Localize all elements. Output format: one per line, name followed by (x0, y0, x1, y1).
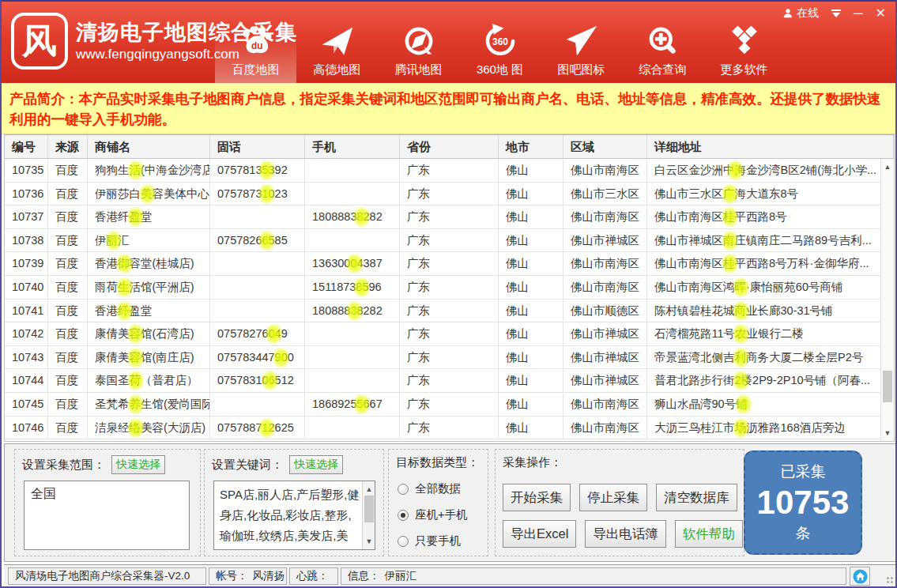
close-button[interactable]: ✕ (876, 8, 886, 19)
status-app-version: 风清场电子地图商户综合采集器-V2.0 (8, 567, 206, 585)
nav-item-baidu-paw[interactable]: du百度地图 (215, 2, 296, 83)
home-button[interactable] (850, 567, 870, 586)
nav-item-nav-arrow[interactable]: 图吧图标 (541, 2, 622, 83)
nav-item-paper-plane[interactable]: 高德地图 (296, 2, 378, 83)
cell-city: 佛山 (499, 229, 563, 253)
table-row[interactable]: 10735百度狗狗生活(中海金沙湾店)07578135392广东佛山佛山市南海区… (5, 159, 894, 183)
nav-item-compass-nib[interactable]: 腾讯地图 (378, 2, 459, 83)
column-header-mobile[interactable]: 手机 (305, 135, 400, 158)
table-scrollbar[interactable]: ▲ ▼ (880, 159, 894, 441)
nav-item-circle-360[interactable]: 360360地 图 (459, 2, 541, 83)
cell-mobile: 13630004387 (305, 252, 400, 276)
action-button-导出电话簿[interactable]: 导出电话簿 (585, 520, 666, 548)
nav-item-magnifier-plus[interactable]: 综合查询 (622, 2, 703, 83)
table-row[interactable]: 10738百度伊丽汇07578266585广东佛山佛山市禅城区佛山市禅城区南庄镇… (5, 229, 894, 253)
cell-tel (210, 205, 305, 229)
cell-mobile (305, 183, 400, 206)
cell-address: 白云区金沙洲中海金沙湾B区2铺(海北小学... (647, 159, 894, 183)
table-row[interactable]: 10741百度香港纤盈堂18088838282广东佛山佛山市顺德区陈村镇碧桂花城… (5, 300, 894, 323)
cell-tel: 075783447900 (210, 346, 305, 370)
scrollbar-thumb[interactable] (883, 371, 892, 402)
radio-option-座机+手机[interactable]: 座机+手机 (398, 507, 488, 522)
table-body: 10735百度狗狗生活(中海金沙湾店)07578135392广东佛山佛山市南海区… (5, 159, 894, 439)
nav-arrow-icon (564, 22, 599, 58)
censor-highlight (722, 184, 738, 204)
censor-highlight (116, 277, 133, 297)
table-row[interactable]: 10745百度圣梵希养生馆(爱尚国际...18689255667广东佛山佛山市南… (5, 393, 894, 416)
table-row[interactable]: 10746百度洁泉经络美容(大沥店)075788712625广东佛山佛山市南海区… (5, 416, 894, 440)
column-header-tel[interactable]: 固话 (210, 135, 305, 158)
cell-city: 佛山 (499, 183, 563, 206)
cell-mobile (305, 159, 400, 183)
radio-icon[interactable] (398, 484, 409, 495)
table-row[interactable]: 10744百度泰国圣荷（普君店）075783106512广东佛山佛山市禅城区普君… (5, 369, 894, 393)
control-panel: 设置采集范围： 快速选择 全国 设置关键词： 快速选择 SPA店,丽人店,产后塑… (4, 443, 896, 562)
action-button-软件帮助[interactable]: 软件帮助 (675, 520, 743, 548)
scroll-down-icon[interactable]: ▼ (881, 427, 894, 439)
scroll-up-icon[interactable]: ▲ (363, 483, 375, 496)
radio-icon[interactable] (398, 510, 409, 521)
cell-province: 广东 (400, 300, 499, 323)
resize-grip[interactable] (886, 576, 894, 584)
dropdown-arrow-icon[interactable] (831, 9, 841, 17)
minimize-button[interactable]: ─ (854, 8, 862, 19)
table-row[interactable]: 10740百度雨荷生活馆(平洲店)15118738596广东佛山佛山市南海区佛山… (5, 276, 894, 300)
keywords-quick-select-button[interactable]: 快速选择 (289, 455, 343, 474)
cell-city: 佛山 (499, 252, 563, 276)
censor-highlight (258, 184, 275, 204)
censor-highlight (127, 394, 144, 414)
svg-text:du: du (251, 40, 263, 51)
table-row[interactable]: 10739百度香港御容堂(桂城店)13630004387广东佛山佛山市南海区佛山… (5, 252, 894, 276)
scrollbar-thumb[interactable] (364, 496, 374, 522)
cell-province: 广东 (400, 369, 499, 393)
censor-highlight (139, 184, 156, 204)
cell-district: 佛山市禅城区 (563, 346, 647, 370)
censor-highlight (127, 418, 144, 438)
magnifier-plus-icon (646, 22, 680, 58)
column-header-district[interactable]: 区域 (563, 135, 647, 158)
cell-address: 陈村镇碧桂花城商业长廊30-31号铺 (647, 300, 894, 323)
paper-plane-icon (320, 22, 355, 58)
keywords-scrollbar[interactable]: ▲ ▼ (362, 481, 375, 549)
action-button-导出Excel[interactable]: 导出Excel (503, 520, 576, 548)
cell-district: 佛山市南海区 (563, 276, 647, 300)
action-button-清空数据库[interactable]: 清空数据库 (656, 484, 737, 511)
radio-icon[interactable] (398, 536, 409, 547)
cell-mobile (305, 369, 400, 393)
table-row[interactable]: 10743百度康倩美容馆(南庄店)075783447900广东佛山佛山市禅城区帝… (5, 346, 894, 370)
censor-highlight (266, 324, 282, 344)
radio-option-全部数据[interactable]: 全部数据 (398, 481, 488, 496)
column-header-id[interactable]: 编号 (5, 135, 48, 158)
column-header-shop[interactable]: 商铺名 (88, 135, 210, 158)
scroll-down-icon[interactable]: ▼ (363, 535, 375, 548)
cell-tel: 07578731023 (210, 183, 305, 206)
svg-text:360: 360 (492, 36, 508, 47)
cell-source: 百度 (48, 369, 88, 393)
cell-address: 佛山市三水区广海大道东8号 (647, 183, 894, 206)
action-button-开始采集[interactable]: 开始采集 (503, 484, 571, 511)
results-table: 编号来源商铺名固话手机省份地市区域详细地址 10735百度狗狗生活(中海金沙湾店… (4, 134, 895, 442)
cell-city: 佛山 (499, 159, 563, 183)
action-button-停止采集[interactable]: 停止采集 (579, 484, 647, 511)
table-row[interactable]: 10737百度香港纤盈堂18088838282广东佛山佛山市南海区佛山市南海区桂… (5, 205, 894, 229)
keywords-input[interactable]: SPA店,丽人店,产后塑形,健身店,化妆品,彩妆店,整形,瑜伽班,纹绣店,美发店… (213, 481, 375, 550)
censor-highlight (116, 254, 133, 273)
table-row[interactable]: 10742百度康倩美容馆(石湾店)07578276049广东佛山佛山市禅城区石湾… (5, 322, 894, 346)
column-header-source[interactable]: 来源 (48, 135, 88, 158)
window-controls: 在线 ─ ✕ (782, 6, 886, 21)
cell-province: 广东 (400, 346, 499, 370)
scroll-up-icon[interactable]: ▲ (881, 160, 894, 173)
online-status[interactable]: 在线 (782, 6, 819, 21)
nav-item-diamond-box[interactable]: 更多软件 (703, 2, 785, 83)
column-header-province[interactable]: 省份 (400, 135, 499, 158)
column-header-city[interactable]: 地市 (499, 135, 563, 158)
column-header-address[interactable]: 详细地址 (647, 135, 894, 158)
table-row[interactable]: 10736百度伊丽莎白美容美体中心07578731023广东佛山佛山市三水区佛山… (5, 183, 894, 206)
cell-city: 佛山 (499, 205, 563, 229)
radio-option-只要手机[interactable]: 只要手机 (398, 533, 488, 548)
cell-tel (210, 393, 305, 416)
range-quick-select-button[interactable]: 快速选择 (111, 455, 165, 474)
cell-shop: 伊丽莎白美容美体中心 (88, 183, 210, 206)
range-input[interactable]: 全国 (24, 481, 190, 550)
cell-address: 佛山市南海区桂平西路8号 (647, 205, 894, 229)
